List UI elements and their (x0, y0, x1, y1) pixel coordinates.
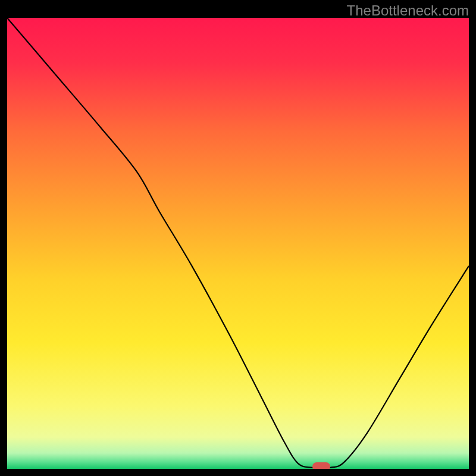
chart-container: TheBottleneck.com (0, 0, 476, 476)
bottleneck-curve (7, 18, 469, 469)
watermark-text: TheBottleneck.com (347, 2, 469, 19)
optimal-marker (312, 462, 330, 469)
plot-area (7, 18, 469, 469)
